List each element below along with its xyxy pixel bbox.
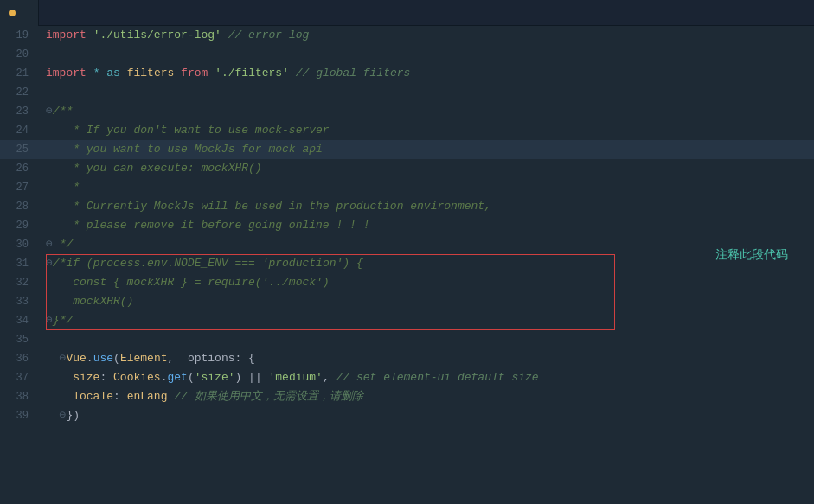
- line-content: ⊖Vue.use(Element, options: {: [39, 349, 814, 368]
- code-line: 20: [0, 45, 814, 64]
- line-content: * Currently MockJs will be used in the p…: [39, 197, 814, 216]
- line-content: * please remove it before going online !…: [39, 216, 814, 235]
- line-content: ⊖/**: [39, 102, 814, 121]
- line-number: 26: [0, 159, 39, 178]
- code-line: 24 * If you don't want to use mock-serve…: [0, 121, 814, 140]
- line-number: 22: [0, 83, 39, 102]
- line-number: 29: [0, 216, 39, 235]
- line-content: import * as filters from './filters' // …: [39, 64, 814, 83]
- line-content: ⊖ */: [39, 235, 814, 254]
- line-content: ⊖/*if (process.env.NODE_ENV === 'product…: [39, 254, 814, 273]
- line-number: 35: [0, 330, 39, 349]
- code-line: 21import * as filters from './filters' /…: [0, 64, 814, 83]
- code-line: 33 mockXHR(): [0, 292, 814, 311]
- code-line: 22: [0, 83, 814, 102]
- code-line: 39 ⊖}): [0, 406, 814, 425]
- line-number: 23: [0, 102, 39, 121]
- code-line: 34⊖}*/: [0, 311, 814, 330]
- line-number: 33: [0, 292, 39, 311]
- code-line: 38 locale: enLang // 如果使用中文，无需设置，请删除: [0, 387, 814, 406]
- line-number: 21: [0, 64, 39, 83]
- code-line: 31⊖/*if (process.env.NODE_ENV === 'produ…: [0, 254, 814, 273]
- line-number: 24: [0, 121, 39, 140]
- code-line: 26 * you can execute: mockXHR(): [0, 159, 814, 178]
- code-line: 36 ⊖Vue.use(Element, options: {: [0, 349, 814, 368]
- line-number: 19: [0, 26, 39, 45]
- line-content: import './utils/error-log' // error log: [39, 26, 814, 45]
- code-line: 23⊖/**: [0, 102, 814, 121]
- code-line: 29 * please remove it before going onlin…: [0, 216, 814, 235]
- line-content: ⊖}): [39, 406, 814, 425]
- code-line: 19import './utils/error-log' // error lo…: [0, 26, 814, 45]
- line-number: 31: [0, 254, 39, 273]
- line-number: 39: [0, 406, 39, 425]
- line-content: * you want to use MockJs for mock api: [39, 140, 814, 159]
- line-content: const { mockXHR } = require('../mock'): [39, 273, 814, 292]
- line-number: 27: [0, 178, 39, 197]
- line-number: 37: [0, 368, 39, 387]
- line-number: 30: [0, 235, 39, 254]
- line-number: 38: [0, 387, 39, 406]
- line-content: * you can execute: mockXHR(): [39, 159, 814, 178]
- tab-modified-indicator: [9, 10, 16, 16]
- main-js-tab[interactable]: [0, 0, 39, 26]
- code-line: 32 const { mockXHR } = require('../mock'…: [0, 273, 814, 292]
- tab-bar: [0, 0, 814, 26]
- code-editor: 19import './utils/error-log' // error lo…: [0, 26, 814, 504]
- line-number: 32: [0, 273, 39, 292]
- line-number: 36: [0, 349, 39, 368]
- line-content: locale: enLang // 如果使用中文，无需设置，请删除: [39, 387, 814, 406]
- code-line: 37 size: Cookies.get('size') || 'medium'…: [0, 368, 814, 387]
- editor-container: 19import './utils/error-log' // error lo…: [0, 0, 814, 504]
- code-line: 30⊖ */: [0, 235, 814, 254]
- line-number: 34: [0, 311, 39, 330]
- line-number: 28: [0, 197, 39, 216]
- code-line: 25 * you want to use MockJs for mock api: [0, 140, 814, 159]
- line-content: mockXHR(): [39, 292, 814, 311]
- line-content: *: [39, 178, 814, 197]
- code-line: 28 * Currently MockJs will be used in th…: [0, 197, 814, 216]
- line-number: 20: [0, 45, 39, 64]
- code-line: 27 *: [0, 178, 814, 197]
- line-content: size: Cookies.get('size') || 'medium', /…: [39, 368, 814, 387]
- line-content: * If you don't want to use mock-server: [39, 121, 814, 140]
- line-content: ⊖}*/: [39, 311, 814, 330]
- line-number: 25: [0, 140, 39, 159]
- code-line: 35: [0, 330, 814, 349]
